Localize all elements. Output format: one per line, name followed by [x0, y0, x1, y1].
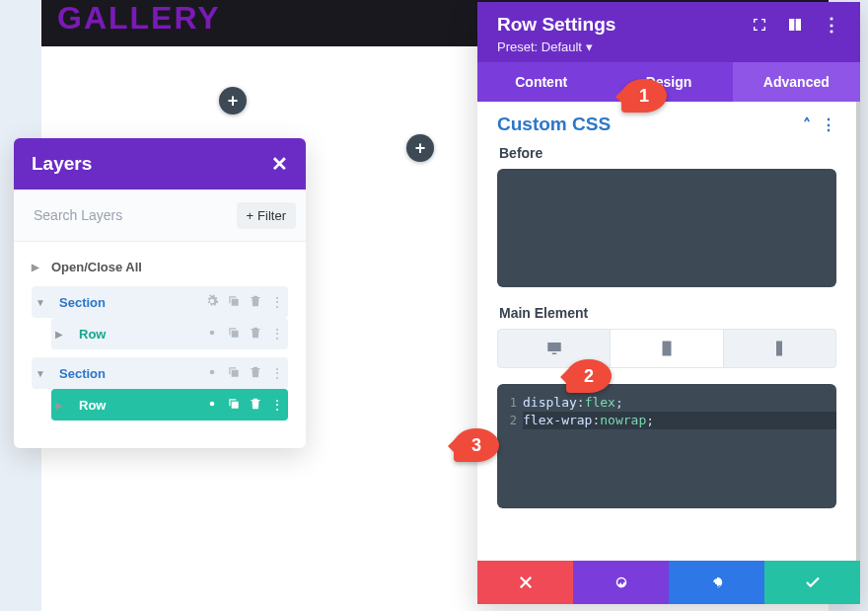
chevron-down-icon: ▼ [36, 368, 47, 379]
dots-icon[interactable]: ⋮ [821, 115, 836, 134]
phone-icon [770, 340, 788, 357]
row-node-active[interactable]: ▶ Row ⋮ [51, 389, 288, 420]
layers-header: Layers ✕ [14, 138, 306, 190]
before-code-editor[interactable] [497, 169, 836, 287]
gallery-heading: GALLERY [57, 0, 221, 37]
check-icon [804, 573, 822, 591]
tab-content[interactable]: Content [477, 62, 605, 102]
chevron-right-icon: ▶ [55, 329, 67, 340]
close-icon[interactable]: ✕ [271, 152, 288, 176]
dots-icon[interactable]: ⋮ [270, 397, 284, 413]
layers-tree: ▶ Open/Close All ▼ Section ⋮ ▶ Row ⋮ [14, 242, 306, 448]
add-module-button[interactable]: + [406, 134, 434, 162]
undo-icon [613, 573, 630, 591]
phone-device-button[interactable] [724, 330, 835, 367]
chevron-down-icon: ▾ [582, 39, 593, 54]
close-icon [517, 573, 535, 591]
dots-icon[interactable]: ⋮ [823, 14, 840, 36]
layers-panel: Layers ✕ + Filter ▶ Open/Close All ▼ Sec… [14, 138, 306, 448]
gear-icon[interactable] [205, 294, 219, 308]
node-actions: ⋮ [205, 294, 284, 310]
duplicate-icon[interactable] [227, 326, 241, 340]
callout-marker: 2 [566, 359, 612, 393]
settings-body: Custom CSS ˄ ⋮ Before Main Element 1 2 [477, 102, 860, 561]
layers-search-row: + Filter [14, 190, 306, 242]
tablet-device-button[interactable] [610, 330, 723, 367]
duplicate-icon[interactable] [227, 294, 241, 308]
duplicate-icon[interactable] [227, 397, 241, 411]
plus-icon: + [247, 208, 254, 223]
device-toggle [497, 329, 836, 368]
undo-button[interactable] [573, 561, 669, 604]
node-actions: ⋮ [205, 365, 284, 381]
duplicate-icon[interactable] [227, 365, 241, 379]
main-element-label: Main Element [499, 305, 836, 321]
filter-button[interactable]: + Filter [237, 202, 296, 229]
section-title[interactable]: Custom CSS [497, 114, 611, 135]
dots-icon[interactable]: ⋮ [270, 294, 284, 310]
open-close-all[interactable]: ▶ Open/Close All [32, 254, 288, 286]
close-button[interactable] [477, 561, 573, 604]
desktop-icon [545, 340, 563, 357]
settings-tabs: Content Design Advanced [477, 62, 860, 102]
chevron-right-icon: ▶ [32, 262, 43, 272]
trash-icon[interactable] [249, 397, 262, 411]
columns-icon[interactable] [787, 17, 803, 33]
redo-button[interactable] [669, 561, 764, 604]
node-actions: ⋮ [205, 397, 284, 413]
settings-header: Row Settings ⋮ Preset: Default ▾ [477, 2, 860, 62]
tablet-icon [658, 340, 676, 357]
settings-footer [477, 561, 860, 604]
trash-icon[interactable] [249, 294, 262, 308]
callout-marker: 1 [621, 79, 667, 113]
search-input[interactable] [24, 199, 229, 231]
dots-icon[interactable]: ⋮ [270, 365, 284, 381]
before-label: Before [499, 145, 836, 161]
callout-marker: 3 [454, 428, 499, 462]
preset-label[interactable]: Preset: Default ▾ [497, 39, 840, 54]
dots-icon[interactable]: ⋮ [270, 326, 284, 342]
gear-icon[interactable] [205, 397, 219, 411]
filter-label: Filter [257, 208, 286, 223]
node-actions: ⋮ [205, 326, 284, 342]
code-lines: display:flex; flex-wrap:nowrap; [523, 394, 836, 498]
section-node[interactable]: ▼ Section ⋮ [32, 357, 288, 389]
settings-title: Row Settings [497, 14, 615, 36]
expand-icon[interactable] [752, 17, 767, 33]
layers-title: Layers [32, 153, 92, 175]
save-button[interactable] [764, 561, 860, 604]
main-code-editor[interactable]: 1 2 display:flex; flex-wrap:nowrap; [497, 384, 836, 508]
row-node[interactable]: ▶ Row ⋮ [51, 318, 288, 349]
gear-icon[interactable] [205, 365, 219, 379]
chevron-up-icon[interactable]: ˄ [803, 115, 811, 134]
add-module-button[interactable]: + [219, 87, 247, 115]
tab-advanced[interactable]: Advanced [733, 62, 860, 102]
code-gutter: 1 2 [497, 394, 523, 498]
gear-icon[interactable] [205, 326, 219, 340]
redo-icon [708, 573, 726, 591]
section-node[interactable]: ▼ Section ⋮ [32, 286, 288, 318]
trash-icon[interactable] [249, 365, 262, 379]
row-settings-panel: Row Settings ⋮ Preset: Default ▾ Content… [477, 2, 860, 604]
chevron-right-icon: ▶ [55, 400, 67, 411]
chevron-down-icon: ▼ [36, 297, 47, 308]
trash-icon[interactable] [249, 326, 262, 340]
